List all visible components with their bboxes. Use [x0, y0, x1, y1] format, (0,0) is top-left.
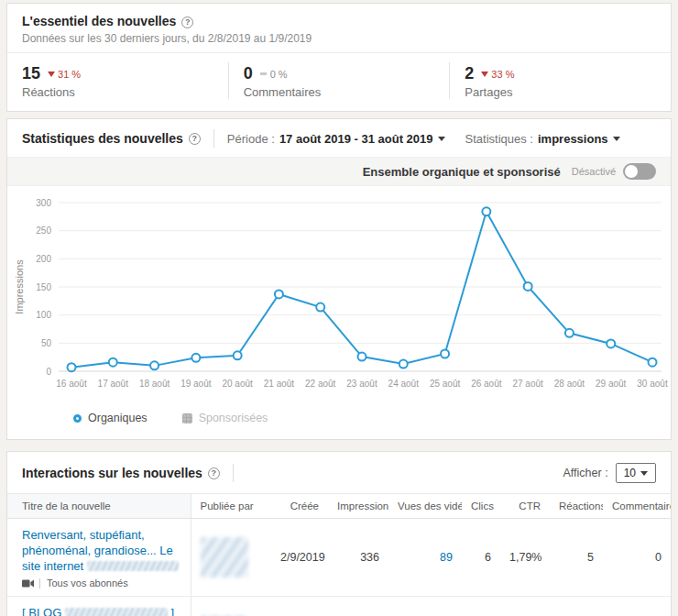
audience-label: Tous vos abonnés: [47, 578, 128, 588]
col-clicks[interactable]: Clics: [462, 494, 500, 519]
created-cell: 27/8/2019: [271, 597, 328, 616]
legend-sponsorisees[interactable]: Sponsorisées: [182, 412, 268, 424]
impressions-cell: 336: [328, 519, 388, 597]
svg-text:24 août: 24 août: [388, 379, 420, 389]
impressions-cell: 355: [328, 597, 388, 616]
help-icon[interactable]: [208, 468, 220, 479]
svg-text:23 août: 23 août: [346, 379, 377, 389]
divider: [233, 464, 234, 482]
svg-text:22 août: 22 août: [305, 379, 336, 389]
shares-label: Partages: [465, 85, 656, 99]
metrics-row: 15 31 % Réactions 0 0 % Commentaires 2 3…: [7, 53, 671, 111]
toggle-label: Ensemble organique et sponsorisé: [363, 165, 561, 179]
svg-text:25 août: 25 août: [430, 379, 461, 389]
svg-text:16 août: 16 août: [56, 379, 87, 389]
svg-text:17 août: 17 août: [98, 379, 129, 389]
created-cell: 2/9/2019: [271, 519, 328, 597]
reactions-label: Réactions: [22, 85, 213, 99]
chart-legend: Organiques Sponsorisées: [7, 402, 671, 439]
news-highlights-card: L'essentiel des nouvelles Données sur le…: [7, 4, 671, 111]
news-table: Titre de la nouvelle Publiée par Créée I…: [7, 493, 671, 616]
shares-delta: 33 %: [491, 69, 514, 80]
page-size-value: 10: [624, 467, 636, 479]
impressions-chart[interactable]: 05010015020025030016 août17 août18 août1…: [13, 192, 669, 399]
col-comments[interactable]: Commentaires: [603, 494, 671, 519]
svg-text:50: 50: [41, 338, 52, 348]
legend-organiques[interactable]: Organiques: [73, 412, 148, 424]
metric-selector[interactable]: Statistiques : impressions: [465, 132, 620, 146]
svg-text:28 août: 28 août: [554, 379, 585, 389]
reactions-cell: 7: [550, 597, 603, 616]
chevron-down-icon: [438, 137, 445, 141]
svg-text:20 août: 20 août: [222, 379, 253, 389]
period-selector[interactable]: Période : 17 août 2019 - 31 août 2019: [227, 132, 445, 146]
statistics-title: Statistiques des nouvelles: [22, 131, 183, 146]
metric-shares: 2 33 % Partages: [449, 62, 671, 99]
col-reactions[interactable]: Réactions: [550, 494, 603, 519]
page-size-select[interactable]: 10: [616, 463, 656, 483]
trend-flat-icon: [260, 72, 267, 75]
news-title-link[interactable]: Renversant, stupéfiant, phénoménal, gran…: [22, 527, 180, 574]
col-title[interactable]: Titre de la nouvelle: [7, 494, 191, 519]
svg-text:27 août: 27 août: [512, 379, 543, 389]
aggregate-toggle-strip: Ensemble organique et sponsorisé Désacti…: [7, 158, 671, 186]
comments-cell: 0: [603, 597, 671, 616]
chevron-down-icon: [640, 471, 648, 476]
interactions-title: Interactions sur les nouvelles: [22, 466, 202, 480]
metric-comments: 0 0 % Commentaires: [228, 62, 450, 99]
shares-value: 2: [465, 64, 474, 83]
ctr-cell: 3,94%: [500, 597, 550, 616]
video-views-cell: 89: [388, 519, 462, 597]
comments-cell: 0: [603, 519, 671, 597]
highlights-title: L'essentiel des nouvelles: [22, 14, 176, 28]
comments-label: Commentaires: [244, 85, 435, 99]
news-table-body: Renversant, stupéfiant, phénoménal, gran…: [7, 519, 671, 616]
metric-reactions: 15 31 % Réactions: [7, 62, 228, 99]
col-created[interactable]: Créée: [271, 494, 328, 519]
col-published-by[interactable]: Publiée par: [191, 494, 271, 519]
video-views-cell: -: [388, 597, 462, 616]
help-icon[interactable]: [181, 16, 193, 28]
col-video-views[interactable]: Vues des vidéos: [388, 494, 462, 519]
trend-down-icon: [48, 72, 55, 77]
table-row: Renversant, stupéfiant, phénoménal, gran…: [7, 519, 671, 597]
organic-marker-icon: [73, 414, 82, 423]
reactions-cell: 5: [550, 519, 603, 597]
metric-label: Statistiques :: [465, 132, 533, 146]
publisher-cell: [191, 519, 271, 597]
news-title-cell: [ BLOG ] Qu'est-ce qu'une agence digital…: [7, 597, 191, 616]
help-icon[interactable]: [189, 133, 201, 145]
title-text: [ BLOG: [22, 606, 65, 616]
impressions-chart-area: 05010015020025030016 août17 août18 août1…: [7, 186, 671, 402]
news-statistics-card: Statistiques des nouvelles Période : 17 …: [7, 119, 671, 439]
news-title-link[interactable]: [ BLOG ] Qu'est-ce qu'une agence digital…: [22, 605, 180, 616]
sponsored-marker-icon: [182, 413, 192, 424]
news-title-cell: Renversant, stupéfiant, phénoménal, gran…: [7, 519, 191, 597]
publisher-cell: [191, 597, 271, 616]
video-views-link[interactable]: 89: [440, 551, 453, 564]
organic-sponsored-toggle[interactable]: [623, 163, 656, 180]
clicks-cell: 6: [462, 519, 500, 597]
col-ctr[interactable]: CTR: [500, 494, 550, 519]
comments-delta: 0 %: [270, 69, 288, 80]
svg-text:300: 300: [36, 198, 51, 208]
col-impressions[interactable]: Impressions: [328, 494, 388, 519]
ctr-cell: 1,79%: [500, 519, 550, 597]
redacted-text: [65, 608, 168, 616]
svg-text:29 août: 29 août: [596, 379, 627, 389]
svg-text:18 août: 18 août: [139, 379, 170, 389]
svg-text:Impressions: Impressions: [14, 259, 25, 314]
show-label: Afficher :: [563, 467, 608, 479]
svg-text:200: 200: [36, 254, 51, 264]
legend-sponsorisees-label: Sponsorisées: [199, 412, 268, 424]
reactions-delta: 31 %: [58, 69, 81, 80]
comments-value: 0: [244, 64, 253, 83]
svg-text:30 août: 30 août: [637, 379, 668, 389]
toggle-knob: [625, 165, 638, 178]
clicks-cell: 14: [462, 597, 500, 616]
highlights-subtitle: Données sur les 30 derniers jours, du 2/…: [22, 32, 656, 45]
legend-organiques-label: Organiques: [88, 412, 148, 424]
redacted-text: [87, 561, 179, 571]
svg-text:100: 100: [36, 310, 51, 320]
reactions-value: 15: [22, 64, 40, 83]
